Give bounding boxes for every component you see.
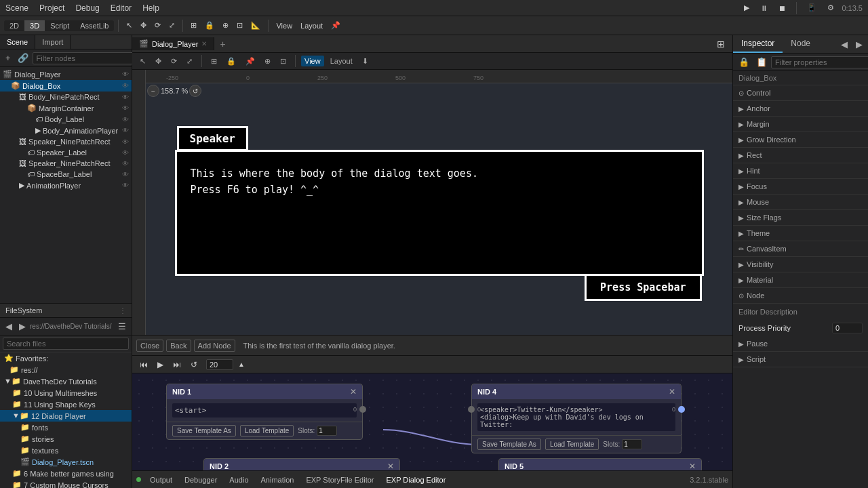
tree-item-spacebar-label[interactable]: 🏷 SpaceBar_Label 👁	[0, 169, 132, 180]
fs-item-davetut[interactable]: ▼📁 DaveTheDev Tutorials	[0, 375, 132, 387]
section-anchor-header[interactable]: ▶ Anchor	[733, 101, 868, 116]
tree-item-anim-player[interactable]: ▶ AnimationPlayer 👁	[0, 180, 132, 191]
section-theme-header[interactable]: ▶ Theme	[733, 226, 868, 241]
vp-download-btn[interactable]: ⬇	[359, 56, 372, 67]
tree-item-margin-container[interactable]: 📦 MarginContainer 👁	[0, 102, 132, 114]
visibility-icon[interactable]: 👁	[122, 171, 129, 178]
tab-node[interactable]: Node	[783, 35, 818, 53]
section-size-flags-header[interactable]: ▶ Size Flags	[733, 210, 868, 225]
visibility-icon[interactable]: 👁	[122, 149, 129, 157]
vp-grid-tool[interactable]: ⊞	[208, 56, 220, 67]
section-margin-header[interactable]: ▶ Margin	[733, 117, 868, 131]
section-rect-header[interactable]: ▶ Rect	[733, 148, 868, 163]
slots-input[interactable]	[622, 439, 642, 449]
lock-inspector-btn[interactable]: 🔒	[736, 56, 752, 68]
tree-item-body-anim[interactable]: ▶ Body_AnimationPlayer 👁	[0, 125, 132, 136]
section-script-header[interactable]: ▶ Script	[733, 352, 868, 367]
section-control-header[interactable]: ⊙ Control	[733, 85, 868, 100]
section-grow-header[interactable]: ▶ Grow Direction	[733, 132, 868, 147]
visibility-icon[interactable]: 👁	[122, 127, 129, 134]
fs-item-6[interactable]: 📁 6 Make better games using	[0, 468, 132, 479]
stop-button[interactable]: ⏹	[775, 3, 789, 14]
back-btn[interactable]: Back	[166, 340, 191, 352]
play-button[interactable]: ▶	[741, 2, 753, 14]
loop-btn[interactable]: ↺	[187, 359, 201, 371]
mode-2d-btn[interactable]: 2D	[4, 20, 24, 31]
close-btn[interactable]: Close	[136, 340, 163, 352]
visibility-icon[interactable]: 👁	[122, 104, 129, 112]
section-material-header[interactable]: ▶ Material	[733, 272, 868, 287]
node-nid5[interactable]: NID 5 ✕	[498, 458, 702, 470]
visibility-icon[interactable]: 👁	[122, 70, 129, 78]
add-node-btn[interactable]: Add Node	[194, 340, 235, 352]
view-btn[interactable]: View	[273, 20, 296, 31]
node-nid2-close[interactable]: ✕	[387, 462, 394, 470]
inspector-history-btn[interactable]: 📋	[753, 56, 770, 68]
pause-button[interactable]: ⏸	[757, 3, 771, 14]
vp-layout-btn[interactable]: ⊕	[261, 56, 274, 67]
node-nid4[interactable]: NID 4 ✕ 0 0 <speaker>Twitter-Kun</speake…	[471, 384, 682, 453]
zoom-minus-btn[interactable]: −	[147, 85, 159, 97]
section-focus-header[interactable]: ▶ Focus	[733, 179, 868, 194]
add-tab-btn[interactable]: +	[214, 39, 231, 49]
visibility-icon[interactable]: 👁	[122, 138, 129, 146]
lock-tool[interactable]: 🔒	[201, 20, 218, 31]
node-nid1-close[interactable]: ✕	[350, 387, 357, 396]
tab-dialog-player[interactable]: 🎬 Dialog_Player ✕	[132, 37, 214, 50]
mode-3d-btn[interactable]: 3D	[24, 20, 45, 31]
visibility-icon[interactable]: 👁	[122, 160, 129, 167]
fs-item-favorites[interactable]: ⭐ Favorites:	[0, 352, 132, 364]
mode-script-btn[interactable]: Script	[45, 20, 75, 31]
tab-close-btn[interactable]: ✕	[201, 40, 207, 47]
save-template-nid4-btn[interactable]: Save Template As	[477, 439, 541, 450]
link-node-btn[interactable]: 🔗	[15, 52, 31, 64]
tab-dialog-editor[interactable]: EXP Dialog Editor	[380, 474, 451, 485]
group-tool[interactable]: ⊕	[219, 20, 232, 31]
tree-item-speaker-label[interactable]: 🏷 Speaker_Label 👁	[0, 147, 132, 158]
section-node-header[interactable]: ⊙ Node	[733, 288, 868, 303]
move-tool[interactable]: ✥	[137, 20, 150, 31]
vp-translate-tool[interactable]: ✥	[152, 56, 165, 67]
fs-view-toggle[interactable]: ☰	[115, 320, 129, 333]
maximize-btn[interactable]: ⊞	[713, 37, 728, 51]
tab-storyfile[interactable]: EXP StoryFile Editor	[300, 474, 379, 485]
settings-btn[interactable]: ⚙	[824, 2, 837, 14]
node-nid5-close[interactable]: ✕	[689, 462, 696, 470]
tree-item-spacebar-ninepatch[interactable]: 🖼 Speaker_NinePatchRect 👁	[0, 158, 132, 169]
vp-select-tool[interactable]: ↖	[136, 56, 149, 67]
section-mouse-header[interactable]: ▶ Mouse	[733, 195, 868, 209]
vp-view-btn[interactable]: View	[301, 56, 324, 66]
slots-input[interactable]	[317, 426, 337, 436]
time-up-btn[interactable]: ▲	[235, 359, 248, 369]
visibility-icon[interactable]: 👁	[122, 116, 129, 123]
tree-item-body-label[interactable]: 🏷 Body_Label 👁	[0, 114, 132, 125]
tab-output[interactable]: Output	[144, 474, 178, 485]
fs-item-textures[interactable]: 📁 textures	[0, 445, 132, 456]
inspector-history-fwd[interactable]: ▶	[853, 38, 865, 51]
tree-item-dialog-player[interactable]: 🎬 Dialog_Player 👁	[0, 68, 132, 80]
process-priority-input[interactable]	[832, 323, 863, 333]
tree-item-dialog-box[interactable]: 📦 Dialog_Box 👁	[0, 80, 132, 92]
anchor-tool[interactable]: ⊡	[233, 20, 246, 31]
section-visibility-header[interactable]: ▶ Visibility	[733, 257, 868, 272]
fs-options-icon[interactable]: ⋮	[119, 307, 126, 314]
vp-rotate-tool[interactable]: ⟳	[167, 56, 180, 67]
load-template-nid4-btn[interactable]: Load Template	[545, 439, 599, 450]
tab-audio[interactable]: Audio	[224, 474, 254, 485]
menu-editor[interactable]: Editor	[111, 3, 132, 13]
vp-layout-main-btn[interactable]: Layout	[327, 56, 356, 66]
fs-item-tscn[interactable]: 🎬 Dialog_Player.tscn	[0, 456, 132, 468]
node-graph[interactable]: NID 1 ✕ 0 <start> Save Template As Load …	[132, 373, 732, 470]
add-node-btn[interactable]: +	[3, 52, 14, 64]
section-pause-header[interactable]: ▶ Pause	[733, 336, 868, 351]
vp-scale-tool[interactable]: ⤢	[183, 56, 196, 67]
remote-deploy-btn[interactable]: 📱	[804, 2, 820, 14]
snap-tool[interactable]: ⊞	[187, 20, 200, 31]
node-nid4-content[interactable]: <speaker>Twitter-Kun</speaker><dialog>Ke…	[477, 403, 675, 431]
layout-tool[interactable]: 📐	[248, 20, 264, 31]
snap-options[interactable]: 📌	[328, 20, 344, 31]
scale-tool[interactable]: ⤢	[165, 20, 178, 31]
mode-assetlib-btn[interactable]: AssetLib	[75, 20, 114, 31]
tab-inspector[interactable]: Inspector	[733, 35, 783, 53]
tab-import[interactable]: Import	[35, 35, 71, 49]
